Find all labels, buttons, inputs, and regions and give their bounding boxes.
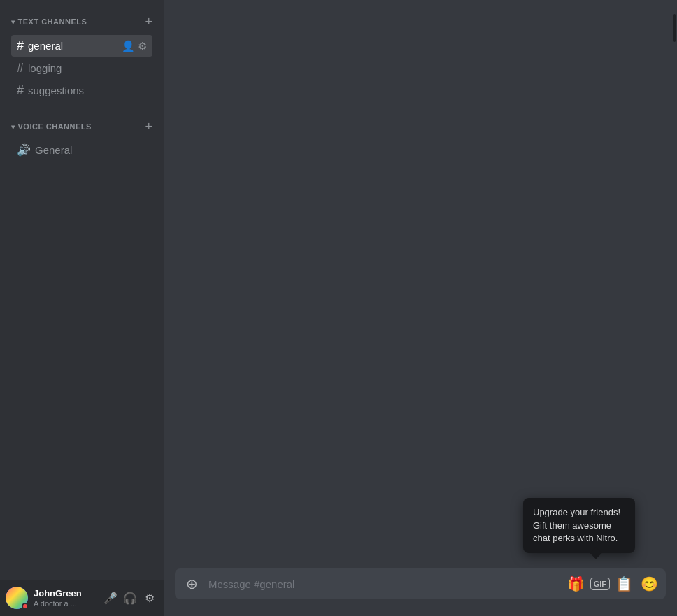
text-channels-title: ▾ TEXT CHANNELS [11,17,87,26]
toolbar-icons: 🎁 GIF 📋 😊 [565,573,660,595]
chat-area [164,0,677,568]
status-dot [22,603,29,610]
text-channels-label: TEXT CHANNELS [18,17,87,26]
username: JohnGreen [34,588,97,599]
emoji-button[interactable]: 😊 [638,573,660,595]
message-bar: ⊕ 🎁 GIF 📋 😊 [164,568,677,616]
message-input[interactable] [203,568,565,599]
hash-icon-logging: # [17,61,24,76]
voice-channels-section: ▾ VOICE CHANNELS + 🔊 General [0,105,164,164]
channel-item-logging[interactable]: # logging [11,57,152,79]
user-area: JohnGreen A doctor a ... 🎤 🎧 ⚙ [0,580,164,616]
add-voice-channel-button[interactable]: + [142,119,155,134]
scrollbar-track[interactable] [671,0,677,616]
gift-button[interactable]: 🎁 [565,573,587,595]
text-channels-chevron: ▾ [11,18,15,26]
channel-name-logging: logging [28,62,147,74]
scrollbar-thumb [673,14,676,42]
avatar-wrapper [6,587,28,609]
text-channels-header[interactable]: ▾ TEXT CHANNELS + [6,11,158,32]
channel-name-voice-general: General [35,144,147,156]
channel-item-voice-general[interactable]: 🔊 General [11,140,152,160]
voice-channels-label: VOICE CHANNELS [18,122,92,131]
nitro-tooltip: Upgrade your friends! Gift them awesome … [523,498,635,553]
voice-channel-list: 🔊 General [6,140,158,160]
user-info: JohnGreen A doctor a ... [34,588,97,608]
hash-icon-general: # [17,38,24,53]
mute-button[interactable]: 🎤 [102,589,119,606]
user-settings-button[interactable]: ⚙ [141,589,158,606]
voice-channels-chevron: ▾ [11,123,15,131]
voice-channels-header[interactable]: ▾ VOICE CHANNELS + [6,116,158,137]
channel-item-general[interactable]: # general 👤 ⚙ [11,35,152,57]
speaker-icon: 🔊 [17,143,31,157]
channel-name-suggestions: suggestions [28,85,147,96]
gif-button[interactable]: GIF [590,578,610,590]
settings-icon-general[interactable]: ⚙ [138,40,147,52]
channel-item-suggestions[interactable]: # suggestions [11,80,152,101]
text-channels-section: ▾ TEXT CHANNELS + # general 👤 ⚙ # loggin… [0,0,164,105]
hash-icon-suggestions: # [17,83,24,98]
sidebar: ▾ TEXT CHANNELS + # general 👤 ⚙ # loggin… [0,0,164,616]
user-controls: 🎤 🎧 ⚙ [102,589,158,606]
deafen-button[interactable]: 🎧 [122,589,138,606]
sticker-button[interactable]: 📋 [613,573,635,595]
voice-channels-title: ▾ VOICE CHANNELS [11,122,92,131]
main-content: Upgrade your friends! Gift them awesome … [164,0,677,616]
attach-button[interactable]: ⊕ [180,573,203,595]
channel-actions-general: 👤 ⚙ [122,40,147,52]
message-input-wrap: ⊕ 🎁 GIF 📋 😊 [175,568,666,599]
add-member-icon[interactable]: 👤 [122,40,135,52]
user-status: A doctor a ... [34,599,97,608]
channel-name-general: general [28,40,122,52]
tooltip-text: Upgrade your friends! Gift them awesome … [533,507,620,543]
add-text-channel-button[interactable]: + [142,14,155,29]
text-channel-list: # general 👤 ⚙ # logging # suggestions [6,35,158,101]
